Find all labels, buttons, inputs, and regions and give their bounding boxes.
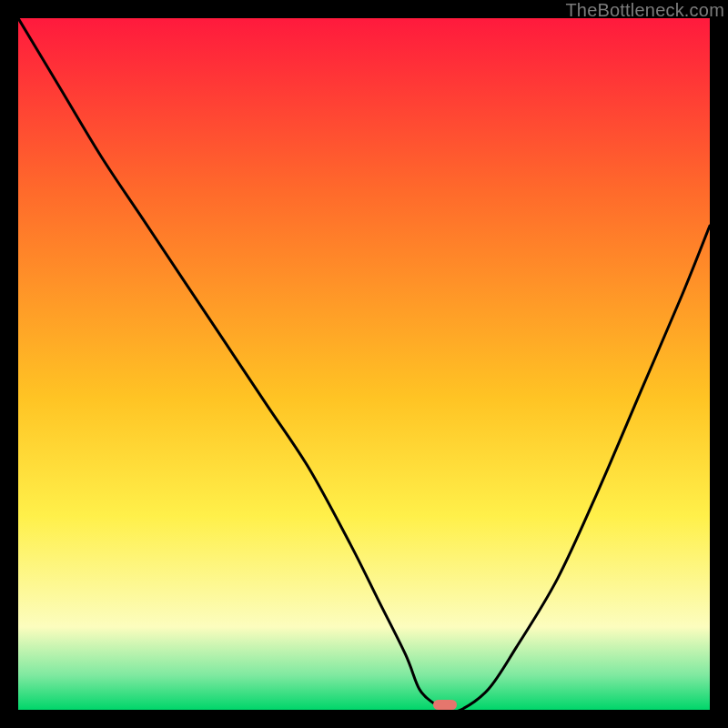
plot-area: [18, 18, 710, 710]
optimal-marker: [433, 700, 457, 710]
chart-frame: TheBottleneck.com: [0, 0, 728, 728]
bottleneck-curve: [18, 18, 710, 710]
